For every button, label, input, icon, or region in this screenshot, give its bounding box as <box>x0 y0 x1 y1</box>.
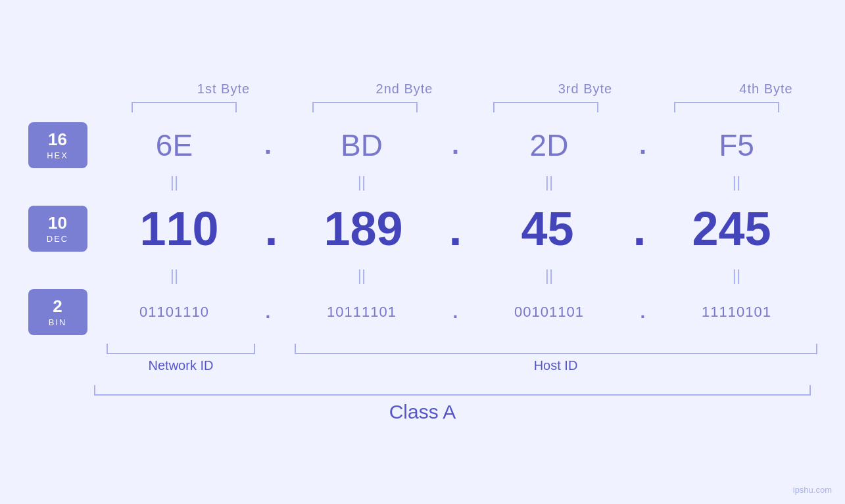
bin-badge: 2 BIN <box>28 289 87 335</box>
hex-dot-3: . <box>630 130 656 160</box>
network-id-label: Network ID <box>94 358 268 373</box>
byte2-label: 2nd Byte <box>314 81 495 97</box>
bin-dot-1: . <box>255 302 281 323</box>
network-host-label-row: Network ID Host ID <box>28 358 817 373</box>
byte3-label: 3rd Byte <box>495 81 676 97</box>
bracket-byte3 <box>493 102 598 112</box>
full-bracket-row <box>28 385 817 396</box>
hex-dot-1: . <box>255 130 281 160</box>
dec-val-4: 245 <box>646 202 817 256</box>
bin-base-label: BIN <box>49 317 67 327</box>
hex-val-2: BD <box>281 127 443 163</box>
equals-row-2: || || || || <box>28 265 817 286</box>
dec-dot-2: . <box>448 202 462 256</box>
hex-base-label: HEX <box>47 150 68 160</box>
hex-val-1: 6E <box>94 127 255 163</box>
dec-base-label: DEC <box>47 234 68 244</box>
dec-val-1: 110 <box>94 202 265 256</box>
bin-val-4: 11110101 <box>656 304 817 321</box>
byte-labels-row: 1st Byte 2nd Byte 3rd Byte 4th Byte <box>68 81 846 97</box>
bin-values-area: 01101110 . 10111101 . 00101101 . 1111010… <box>94 302 817 323</box>
dec-val-3: 45 <box>462 202 633 256</box>
bracket-network <box>107 344 254 354</box>
eq2-4: || <box>656 265 817 286</box>
hex-val-3: 2D <box>469 127 630 163</box>
bracket-byte4 <box>674 102 779 112</box>
eq1-3: || <box>469 172 630 193</box>
bracket-host <box>295 344 817 354</box>
bracket-byte2 <box>312 102 418 112</box>
bin-val-2: 10111101 <box>281 304 443 321</box>
hex-badge: 16 HEX <box>28 122 87 168</box>
dec-dot-1: . <box>264 202 278 256</box>
bracket-byte1 <box>132 102 237 112</box>
bottom-brackets <box>28 344 817 354</box>
hex-base-num: 16 <box>48 129 67 150</box>
dec-val-2: 189 <box>278 202 449 256</box>
bin-row: 2 BIN 01101110 . 10111101 . 00101101 . 1… <box>28 286 817 338</box>
hex-dot-2: . <box>443 130 469 160</box>
eq2-2: || <box>281 265 443 286</box>
hex-val-4: F5 <box>656 127 817 163</box>
eq2-1: || <box>94 265 255 286</box>
hex-row: 16 HEX 6E . BD . 2D . F5 <box>28 119 817 172</box>
bin-dot-3: . <box>630 302 656 323</box>
watermark: ipshu.com <box>793 485 832 495</box>
eq1-4: || <box>656 172 817 193</box>
hex-values-area: 6E . BD . 2D . F5 <box>94 127 817 163</box>
bin-val-1: 01101110 <box>94 304 255 321</box>
bracket-full <box>94 385 811 396</box>
bin-val-3: 00101101 <box>469 304 630 321</box>
class-label: Class A <box>28 401 817 423</box>
dec-row: 10 DEC 110 . 189 . 45 . 245 <box>28 193 817 265</box>
dec-badge: 10 DEC <box>28 206 87 252</box>
bin-dot-2: . <box>443 302 469 323</box>
byte4-label: 4th Byte <box>676 81 846 97</box>
bin-base-num: 2 <box>53 296 62 317</box>
eq1-1: || <box>94 172 255 193</box>
host-id-label: Host ID <box>295 358 817 373</box>
main-container: 1st Byte 2nd Byte 3rd Byte 4th Byte 16 H… <box>28 81 817 423</box>
dec-base-num: 10 <box>48 213 67 233</box>
eq2-3: || <box>469 265 630 286</box>
equals-row-1: || || || || <box>28 172 817 193</box>
dec-values-area: 110 . 189 . 45 . 245 <box>94 202 817 256</box>
eq1-2: || <box>281 172 443 193</box>
byte1-label: 1st Byte <box>133 81 314 97</box>
dec-dot-3: . <box>633 202 646 256</box>
